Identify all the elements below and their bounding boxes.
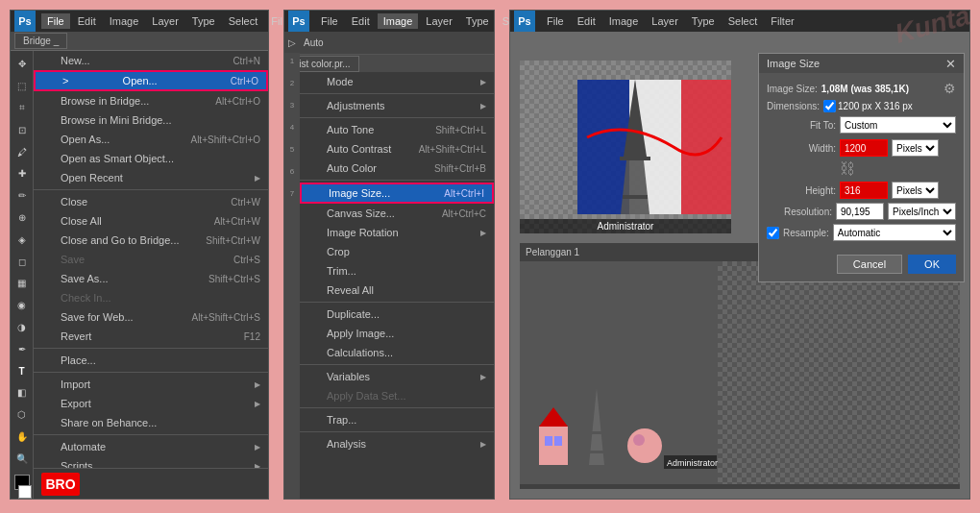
menu-file-2[interactable]: File (315, 13, 344, 29)
tool-pen[interactable]: ✒ (12, 339, 32, 358)
menu-edit-3[interactable]: Edit (572, 13, 601, 29)
menu-apply-data-set[interactable]: Apply Data Set... (300, 386, 494, 405)
tool-crop[interactable]: ⊡ (12, 120, 32, 139)
menu-type-2[interactable]: Type (460, 13, 495, 29)
menu-close[interactable]: Close Ctrl+W (34, 192, 268, 211)
menu-image-2[interactable]: Image (378, 13, 419, 29)
menu-open-recent[interactable]: Open Recent (34, 168, 268, 187)
bg-color[interactable] (18, 485, 32, 499)
menu-auto-tone[interactable]: Auto Tone Shift+Ctrl+L (300, 120, 494, 139)
menu-crop[interactable]: Crop (300, 242, 494, 261)
height-input[interactable] (840, 182, 888, 199)
tool-dodge[interactable]: ◑ (12, 318, 32, 337)
menu-apply-image[interactable]: Apply Image... (300, 324, 494, 343)
menu-type-1[interactable]: Type (186, 13, 221, 29)
width-input[interactable] (840, 139, 888, 157)
tool-move[interactable]: ✥ (12, 55, 32, 74)
tab-bridge[interactable]: Bridge _ (14, 33, 67, 49)
menu-select-1[interactable]: Select (223, 13, 264, 29)
menu-type-3[interactable]: Type (686, 13, 721, 29)
tool-history[interactable]: ◈ (12, 230, 32, 249)
menu-share-behance[interactable]: Share on Behance... (34, 413, 268, 432)
menu-place[interactable]: Place... (34, 351, 268, 370)
menu-save-web[interactable]: Save for Web... Alt+Shift+Ctrl+S (34, 307, 268, 327)
dialog-close-button[interactable]: ✕ (945, 57, 956, 71)
resample-checkbox[interactable] (767, 227, 779, 239)
menu-layer-2[interactable]: Layer (420, 13, 458, 29)
menu-adjustments[interactable]: Adjustments (300, 96, 494, 115)
menu-reveal-all[interactable]: Reveal All (300, 281, 494, 300)
tool-clone[interactable]: ⊕ (12, 208, 32, 228)
dimensions-checkbox[interactable] (823, 100, 836, 112)
dialog-resample-row: Resample: Automatic (767, 224, 956, 241)
tool-gradient[interactable]: ▦ (12, 274, 32, 293)
dialog-title: Image Size (767, 58, 820, 69)
menu-edit-2[interactable]: Edit (346, 13, 376, 29)
image-size-dialog: Image Size ✕ Image Size: 1,08M (was 385,… (758, 53, 965, 282)
tool-text[interactable]: T (12, 361, 32, 380)
menu-check-in[interactable]: Check In... (34, 288, 268, 307)
tool-blur[interactable]: ◉ (12, 296, 32, 315)
resolution-unit-select[interactable]: Pixels/Inch (888, 203, 956, 220)
menu-close-bridge[interactable]: Close and Go to Bridge... Shift+Ctrl+W (34, 231, 268, 250)
menu-revert[interactable]: Revert F12 (34, 327, 268, 346)
tool-lasso[interactable]: ⌗ (12, 99, 32, 118)
menu-calculations[interactable]: Calculations... (300, 343, 494, 362)
tool-3d[interactable]: ⬡ (12, 405, 32, 425)
fit-to-select[interactable]: Custom (840, 116, 956, 134)
menu-file[interactable]: File (41, 13, 70, 29)
menu-layer-1[interactable]: Layer (146, 13, 184, 29)
fit-to-label: Fit To: (767, 120, 836, 131)
tool-eraser[interactable]: ◻ (12, 252, 32, 271)
menu-open[interactable]: > Open... Ctrl+O (34, 70, 268, 91)
menu-import[interactable]: Import (34, 375, 268, 394)
menu-save-as[interactable]: Save As... Shift+Ctrl+S (34, 269, 268, 288)
cancel-button[interactable]: Cancel (837, 255, 902, 274)
menu-analysis[interactable]: Analysis (300, 434, 494, 453)
menu-duplicate[interactable]: Duplicate... (300, 305, 494, 324)
menu-image-1[interactable]: Image (104, 13, 145, 29)
sep-i6 (300, 407, 494, 408)
menu-mode[interactable]: Mode (300, 72, 494, 91)
menu-trap[interactable]: Trap... (300, 410, 494, 429)
width-unit-select[interactable]: Pixels (892, 139, 939, 157)
svg-rect-1 (577, 80, 629, 214)
file-dropdown: New... Ctrl+N > Open... Ctrl+O Browse in… (34, 51, 268, 499)
menu-save[interactable]: Save Ctrl+S (34, 250, 268, 269)
menu-open-smart[interactable]: Open as Smart Object... (34, 149, 268, 168)
menu-image-rotation[interactable]: Image Rotation (300, 223, 494, 242)
menu-browse-bridge[interactable]: Browse in Bridge... Alt+Ctrl+O (34, 91, 268, 110)
menu-image-3[interactable]: Image (603, 13, 645, 29)
tool-hand[interactable]: ✋ (12, 428, 32, 447)
menu-canvas-size[interactable]: Canvas Size... Alt+Ctrl+C (300, 204, 494, 223)
tool-select[interactable]: ⬚ (12, 77, 32, 96)
menu-file-3[interactable]: File (541, 13, 570, 29)
menu-image-size[interactable]: Image Size... Alt+Ctrl+I (300, 183, 494, 204)
ok-button[interactable]: OK (908, 255, 956, 274)
svg-rect-10 (545, 436, 552, 446)
menu-select-3[interactable]: Select (723, 13, 764, 29)
menu-edit-1[interactable]: Edit (72, 13, 102, 29)
menu-close-all[interactable]: Close All Alt+Ctrl+W (34, 211, 268, 231)
tool-zoom[interactable]: 🔍 (12, 449, 32, 468)
menu-browse-mini-bridge[interactable]: Browse in Mini Bridge... (34, 110, 268, 130)
resample-select[interactable]: Automatic (833, 224, 956, 241)
menu-new[interactable]: New... Ctrl+N (34, 51, 268, 70)
tool-eyedrop[interactable]: 🖍 (12, 142, 32, 161)
menu-layer-3[interactable]: Layer (646, 13, 684, 29)
resolution-input[interactable] (836, 203, 884, 220)
sep-i4 (300, 302, 494, 303)
tool-shape[interactable]: ◧ (12, 383, 32, 403)
menu-auto-contrast[interactable]: Auto Contrast Alt+Shift+Ctrl+L (300, 139, 494, 159)
menu-filter-3[interactable]: Filter (765, 13, 799, 29)
tool-heal[interactable]: ✚ (12, 164, 32, 183)
menu-variables[interactable]: Variables (300, 367, 494, 386)
tool-brush[interactable]: ✏ (12, 186, 32, 206)
menu-automate[interactable]: Automate (34, 437, 268, 456)
settings-icon[interactable]: ⚙ (943, 81, 956, 96)
menu-export[interactable]: Export (34, 394, 268, 413)
menu-auto-color[interactable]: Auto Color Shift+Ctrl+B (300, 159, 494, 178)
height-unit-select[interactable]: Pixels (892, 182, 939, 199)
menu-open-as[interactable]: Open As... Alt+Shift+Ctrl+O (34, 130, 268, 149)
menu-trim[interactable]: Trim... (300, 261, 494, 281)
